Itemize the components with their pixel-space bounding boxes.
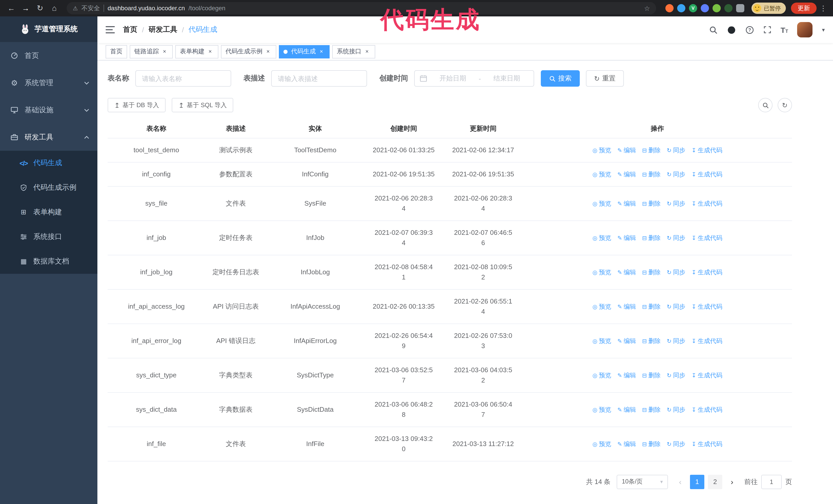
preview-action[interactable]: ◎预览	[593, 233, 611, 243]
edit-action[interactable]: ✎编辑	[617, 198, 636, 209]
breadcrumb-devtools[interactable]: 研发工具	[149, 25, 177, 34]
refresh-table-button[interactable]: ↻	[778, 98, 792, 112]
fullscreen-icon[interactable]	[763, 26, 771, 34]
search-button[interactable]: 搜索	[541, 70, 580, 87]
tab-codegen-example[interactable]: 代码生成示例×	[221, 45, 276, 58]
sync-action[interactable]: ↻同步	[667, 198, 685, 209]
hamburger-icon[interactable]	[105, 26, 115, 33]
tab-home[interactable]: 首页	[105, 45, 127, 58]
tab-system-api[interactable]: 系统接口×	[332, 45, 375, 58]
address-bar[interactable]: ⚠ 不安全 dashboard.yudao.iocoder.cn/tool/co…	[67, 2, 656, 14]
browser-reload-button[interactable]: ↻	[34, 2, 46, 14]
sidebar-item-devtools[interactable]: 研发工具	[0, 124, 97, 151]
preview-action[interactable]: ◎预览	[593, 198, 611, 209]
table-name-input[interactable]	[135, 70, 231, 87]
chevron-down-icon[interactable]: ▾	[822, 26, 825, 33]
sync-action[interactable]: ↻同步	[667, 267, 685, 277]
table-desc-input[interactable]	[271, 70, 367, 87]
tab-form-builder[interactable]: 表单构建×	[175, 45, 218, 58]
github-icon[interactable]	[727, 25, 736, 34]
reset-button[interactable]: ↻ 重置	[586, 70, 624, 87]
avatar[interactable]	[798, 22, 813, 38]
generate-code-action[interactable]: ↧生成代码	[691, 439, 722, 449]
edit-action[interactable]: ✎编辑	[617, 439, 636, 449]
extension-icon[interactable]	[677, 4, 685, 12]
close-icon[interactable]: ×	[363, 48, 371, 55]
extensions-puzzle-icon[interactable]	[736, 4, 744, 12]
preview-action[interactable]: ◎预览	[593, 267, 611, 277]
browser-forward-button[interactable]: →	[20, 2, 32, 14]
sidebar-item-system-api[interactable]: 系统接口	[0, 224, 97, 249]
sync-action[interactable]: ↻同步	[667, 370, 685, 380]
sidebar-item-codegen[interactable]: </> 代码生成	[0, 151, 97, 175]
sidebar-item-db-docs[interactable]: ▦ 数据库文档	[0, 249, 97, 274]
edit-action[interactable]: ✎编辑	[617, 145, 636, 155]
sidebar-item-infrastructure[interactable]: 基础设施	[0, 96, 97, 124]
edit-action[interactable]: ✎编辑	[617, 267, 636, 277]
edit-action[interactable]: ✎编辑	[617, 169, 636, 179]
sync-action[interactable]: ↻同步	[667, 169, 685, 179]
preview-action[interactable]: ◎预览	[593, 145, 611, 155]
goto-page-input[interactable]	[761, 475, 782, 489]
next-page-button[interactable]: ›	[726, 475, 738, 489]
delete-action[interactable]: ⊟删除	[642, 267, 661, 277]
close-icon[interactable]: ×	[207, 48, 214, 55]
end-date-placeholder[interactable]: 结束日期	[485, 74, 528, 83]
sync-action[interactable]: ↻同步	[667, 233, 685, 243]
generate-code-action[interactable]: ↧生成代码	[691, 198, 722, 209]
generate-code-action[interactable]: ↧生成代码	[691, 169, 722, 179]
edit-action[interactable]: ✎编辑	[617, 370, 636, 380]
tab-tracing[interactable]: 链路追踪×	[130, 45, 173, 58]
preview-action[interactable]: ◎预览	[593, 404, 611, 414]
extension-icon[interactable]	[713, 4, 721, 12]
font-size-icon[interactable]: TT	[781, 25, 788, 34]
help-icon[interactable]: ?	[745, 25, 754, 34]
security-label[interactable]: 不安全	[81, 4, 100, 13]
browser-menu-icon[interactable]: ⋮	[819, 4, 828, 12]
bookmark-star-icon[interactable]: ☆	[644, 4, 650, 12]
sidebar-item-codegen-example[interactable]: 代码生成示例	[0, 175, 97, 200]
generate-code-action[interactable]: ↧生成代码	[691, 370, 722, 380]
import-sql-button[interactable]: ↥ 基于 SQL 导入	[172, 98, 234, 112]
start-date-placeholder[interactable]: 开始日期	[431, 74, 475, 83]
delete-action[interactable]: ⊟删除	[642, 439, 661, 449]
generate-code-action[interactable]: ↧生成代码	[691, 267, 722, 277]
page-size-select[interactable]: 10条/页 ▾	[617, 475, 668, 489]
sync-action[interactable]: ↻同步	[667, 404, 685, 414]
extension-icon[interactable]	[701, 4, 709, 12]
prev-page-button[interactable]: ‹	[674, 475, 686, 489]
preview-action[interactable]: ◎预览	[593, 439, 611, 449]
delete-action[interactable]: ⊟删除	[642, 370, 661, 380]
delete-action[interactable]: ⊟删除	[642, 301, 661, 311]
generate-code-action[interactable]: ↧生成代码	[691, 404, 722, 414]
delete-action[interactable]: ⊟删除	[642, 336, 661, 346]
edit-action[interactable]: ✎编辑	[617, 404, 636, 414]
delete-action[interactable]: ⊟删除	[642, 404, 661, 414]
generate-code-action[interactable]: ↧生成代码	[691, 336, 722, 346]
sidebar-item-system[interactable]: ⚙ 系统管理	[0, 69, 97, 96]
edit-action[interactable]: ✎编辑	[617, 233, 636, 243]
generate-code-action[interactable]: ↧生成代码	[691, 301, 722, 311]
extension-icon[interactable]	[724, 4, 733, 12]
import-db-button[interactable]: ↥ 基于 DB 导入	[108, 98, 166, 112]
browser-home-button[interactable]: ⌂	[48, 2, 61, 14]
search-icon[interactable]	[709, 25, 718, 34]
delete-action[interactable]: ⊟删除	[642, 233, 661, 243]
edit-action[interactable]: ✎编辑	[617, 336, 636, 346]
preview-action[interactable]: ◎预览	[593, 169, 611, 179]
chrome-update-button[interactable]: 更新	[791, 3, 816, 14]
app-logo[interactable]: 芋道管理系统	[0, 17, 97, 42]
browser-back-button[interactable]: ←	[5, 2, 18, 14]
page-button-1[interactable]: 1	[690, 475, 704, 489]
delete-action[interactable]: ⊟删除	[642, 198, 661, 209]
sync-action[interactable]: ↻同步	[667, 336, 685, 346]
preview-action[interactable]: ◎预览	[593, 301, 611, 311]
delete-action[interactable]: ⊟删除	[642, 145, 661, 155]
preview-action[interactable]: ◎预览	[593, 336, 611, 346]
preview-action[interactable]: ◎预览	[593, 370, 611, 380]
extension-icon[interactable]: V	[689, 4, 697, 12]
profile-paused-badge[interactable]: 已暂停	[752, 3, 786, 14]
extension-icon[interactable]	[665, 4, 673, 12]
sync-action[interactable]: ↻同步	[667, 145, 685, 155]
tab-codegen[interactable]: 代码生成×	[279, 45, 330, 58]
